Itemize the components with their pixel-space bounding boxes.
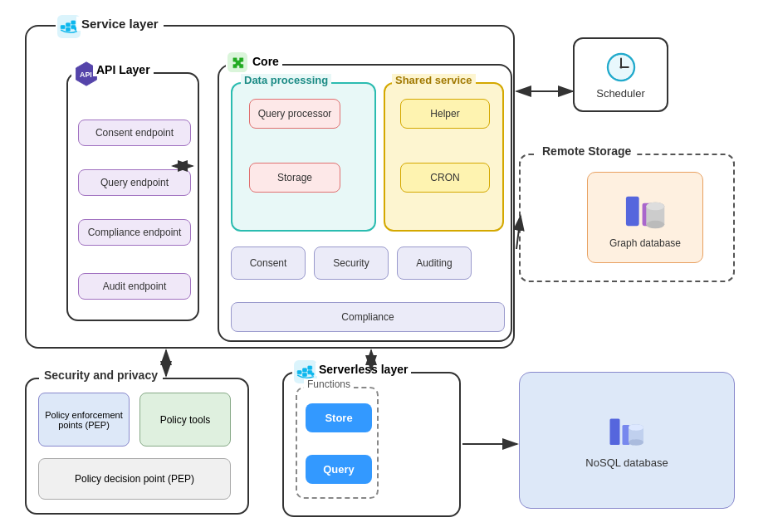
serverless-layer: Serverless layer Functions Store Query (282, 372, 461, 517)
compliance-bar: Compliance (231, 302, 505, 332)
query-endpoint: Query endpoint (78, 169, 191, 196)
diagram-container: Service layer API API Layer Consent endp… (0, 0, 773, 532)
functions-dashed: Functions Store Query (296, 387, 379, 499)
security-box: Security (314, 246, 389, 280)
remote-storage-label: Remote Storage (537, 144, 636, 158)
api-layer-label: API Layer (93, 63, 154, 76)
nosql-label: NoSQL database (585, 456, 668, 469)
query-processor-box: Query processor (249, 99, 340, 129)
functions-label: Functions (304, 378, 354, 390)
core-icon (226, 52, 249, 75)
svg-rect-25 (308, 366, 312, 369)
svg-point-14 (619, 66, 622, 68)
policy-tools-box: Policy tools (139, 393, 231, 447)
core-box: Core Data processing Query processor Sto… (218, 64, 512, 342)
store-btn: Store (306, 403, 372, 432)
core-label: Core (249, 55, 282, 68)
consent-endpoint: Consent endpoint (78, 120, 191, 146)
data-processing-label: Data processing (241, 74, 331, 86)
policy-enforcement-box: Policy enforcement points (PEP) (38, 393, 130, 447)
svg-rect-24 (303, 373, 307, 376)
security-privacy-label: Security and privacy (39, 368, 163, 382)
security-privacy-box: Security and privacy Policy enforcement … (25, 378, 249, 515)
scheduler-label: Scheduler (596, 87, 645, 100)
svg-point-19 (646, 220, 664, 227)
nosql-db-icon (609, 412, 646, 450)
svg-point-32 (629, 439, 643, 446)
graph-db-icon (623, 187, 668, 232)
query-btn: Query (306, 455, 372, 484)
helper-box: Helper (400, 99, 490, 129)
auditing-box: Auditing (397, 246, 472, 280)
api-layer: API API Layer Consent endpoint Query end… (66, 72, 199, 321)
graph-db-box: Graph database (587, 172, 703, 263)
svg-rect-23 (303, 368, 307, 372)
svg-rect-4 (71, 21, 76, 24)
shared-service: Shared service Helper CRON (384, 82, 504, 232)
svg-point-33 (629, 424, 643, 431)
graph-db-label: Graph database (609, 237, 681, 249)
clock-icon (604, 51, 638, 84)
nosql-box: NoSQL database (519, 372, 735, 509)
consent-box: Consent (231, 246, 306, 280)
svg-point-20 (646, 202, 664, 209)
compliance-endpoint: Compliance endpoint (78, 219, 191, 246)
svg-rect-28 (609, 418, 619, 445)
service-layer: Service layer API API Layer Consent endp… (25, 25, 515, 349)
audit-endpoint: Audit endpoint (78, 273, 191, 300)
data-processing: Data processing Query processor Storage (231, 82, 376, 232)
svg-text:API: API (80, 71, 92, 79)
svg-rect-22 (297, 371, 301, 374)
serverless-label: Serverless layer (316, 363, 411, 376)
storage-box: Storage (249, 163, 340, 193)
remote-storage: Remote Storage Graph database (519, 154, 735, 282)
cron-box: CRON (400, 163, 490, 193)
svg-rect-2 (66, 23, 71, 27)
policy-decision-box: Policy decision point (PEP) (38, 458, 231, 500)
svg-rect-15 (625, 196, 638, 225)
scheduler-box: Scheduler (573, 37, 668, 112)
service-layer-label: Service layer (76, 17, 164, 31)
svg-rect-1 (61, 26, 65, 29)
shared-service-label: Shared service (392, 74, 476, 86)
svg-rect-3 (66, 27, 71, 31)
svg-point-27 (311, 373, 314, 376)
